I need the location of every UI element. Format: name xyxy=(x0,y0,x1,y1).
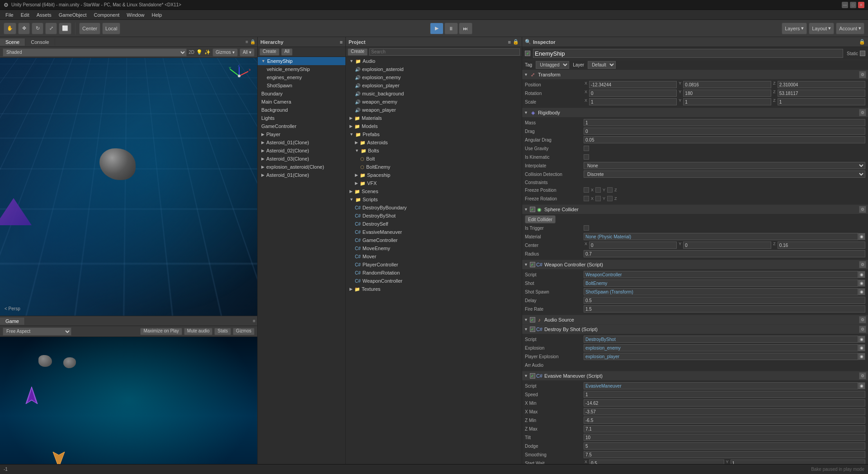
center-x-input[interactable] xyxy=(589,242,677,249)
freeze-pos-y-checkbox[interactable] xyxy=(595,187,601,193)
proj-script-gamecontroller[interactable]: C# GameController xyxy=(346,236,522,244)
em-enable-checkbox[interactable]: ✓ xyxy=(530,373,535,379)
stats-button[interactable]: Stats xyxy=(214,328,231,335)
aspect-dropdown[interactable]: Free Aspect xyxy=(3,327,71,336)
proj-folder-vfx[interactable]: ▶ 📁 VFX xyxy=(346,179,522,187)
static-checkbox[interactable] xyxy=(860,51,865,56)
proj-folder-audio[interactable]: ▼ 📁 Audio xyxy=(346,57,522,65)
all-dropdown[interactable]: All ▾ xyxy=(240,48,255,57)
game-canvas[interactable]: -1 xyxy=(0,337,257,474)
hier-item-explosion-asteroid[interactable]: ▶ explosion_asteroid(Clone) xyxy=(258,163,345,171)
hier-item-gamecontroller[interactable]: GameController xyxy=(258,122,345,130)
is-kinematic-checkbox[interactable] xyxy=(584,154,589,160)
rect-tool-button[interactable]: ⬜ xyxy=(59,23,71,34)
proj-script-destroybyboundary[interactable]: C# DestroyByBoundary xyxy=(346,204,522,212)
minimize-button[interactable]: — xyxy=(842,2,848,8)
hand-tool-button[interactable]: ✋ xyxy=(4,23,16,34)
hierarchy-header[interactable]: Hierarchy ≡ xyxy=(258,37,345,47)
proj-item-weapon-player[interactable]: 🔊 weapon_player xyxy=(346,106,522,114)
em-speed-input[interactable] xyxy=(584,391,865,398)
pos-z-input[interactable] xyxy=(778,81,865,88)
hier-item-background[interactable]: Background xyxy=(258,106,345,114)
menu-component[interactable]: Component xyxy=(90,11,123,19)
drag-input[interactable] xyxy=(584,128,865,135)
dbs-enable-checkbox[interactable]: ✓ xyxy=(530,327,535,332)
scale-z-input[interactable] xyxy=(778,98,865,105)
wc-shot-ref-button[interactable]: ◉ xyxy=(858,280,865,287)
dbs-explosion-ref-button[interactable]: ◉ xyxy=(858,344,865,351)
sc-enable-checkbox[interactable]: ✓ xyxy=(530,207,535,212)
maximize-button[interactable]: □ xyxy=(850,2,856,8)
proj-folder-scripts[interactable]: ▼ 📁 Scripts xyxy=(346,195,522,204)
hier-item-asteroid03[interactable]: ▶ Asteroid_03(Clone) xyxy=(258,155,345,163)
hier-item-boundary[interactable]: Boundary xyxy=(258,90,345,98)
account-button[interactable]: Account ▾ xyxy=(836,23,864,34)
use-gravity-checkbox[interactable] xyxy=(584,146,589,151)
rigidbody-header[interactable]: ▼ ◈ Rigidbody ⚙ xyxy=(522,108,868,117)
as-enable-checkbox[interactable]: ✓ xyxy=(530,317,535,322)
hier-item-asteroid02[interactable]: ▶ Asteroid_02(Clone) xyxy=(258,147,345,155)
layer-dropdown[interactable]: Default xyxy=(588,61,616,69)
is-trigger-checkbox[interactable] xyxy=(584,225,589,231)
dbs-player-explosion-ref-button[interactable]: ◉ xyxy=(858,353,865,360)
scale-x-input[interactable] xyxy=(589,98,677,105)
inspector-lock-icon[interactable]: 🔒 xyxy=(859,39,865,45)
em-tilt-input[interactable] xyxy=(584,434,865,441)
hier-item-engines[interactable]: engines_enemy xyxy=(258,73,345,81)
hier-item-shotspawn[interactable]: ShotSpawn xyxy=(258,81,345,90)
collision-detection-dropdown[interactable]: Discrete xyxy=(584,171,865,178)
hier-item-lights[interactable]: Lights xyxy=(258,114,345,122)
radius-input[interactable] xyxy=(584,250,865,257)
freeze-pos-x-checkbox[interactable] xyxy=(584,187,589,193)
proj-folder-textures[interactable]: ▶ 📁 Textures xyxy=(346,285,522,293)
proj-item-music-bg[interactable]: 🔊 music_background xyxy=(346,90,522,98)
proj-item-bolt[interactable]: ⬡ Bolt xyxy=(346,155,522,163)
transform-header[interactable]: ▼ ⤢ Transform ⚙ xyxy=(522,70,868,79)
tag-dropdown[interactable]: Untagged xyxy=(536,61,569,69)
proj-item-expl-player[interactable]: 🔊 explosion_player xyxy=(346,81,522,90)
hier-item-vehicle[interactable]: vehicle_enemyShip xyxy=(258,65,345,73)
close-button[interactable]: ✕ xyxy=(858,2,864,8)
rot-z-input[interactable] xyxy=(778,90,865,97)
project-create-button[interactable]: Create xyxy=(348,48,368,56)
layers-dropdown[interactable]: Layers ▾ xyxy=(782,23,807,34)
pause-button[interactable]: ⏸ xyxy=(444,23,458,34)
hier-item-asteroid01a[interactable]: ▶ Asteroid_01(Clone) xyxy=(258,138,345,147)
scene-canvas[interactable]: X Y Z < Persp xyxy=(0,58,257,316)
material-ref-button[interactable]: ◉ xyxy=(858,233,865,240)
as-header[interactable]: ▼ ✓ ♪ Audio Source ⚙ xyxy=(522,315,868,324)
center-button[interactable]: Center xyxy=(79,23,100,34)
menu-edit[interactable]: Edit xyxy=(17,11,33,19)
proj-folder-prefabs[interactable]: ▼ 📁 Prefabs xyxy=(346,130,522,138)
project-header[interactable]: Project ≡ 🔒 xyxy=(346,37,522,47)
pos-y-input[interactable] xyxy=(683,81,771,88)
proj-folder-bolts[interactable]: ▼ 📁 Bolts xyxy=(346,147,522,155)
move-tool-button[interactable]: ✥ xyxy=(18,23,30,34)
rot-x-input[interactable] xyxy=(589,90,677,97)
layout-dropdown[interactable]: Layout ▾ xyxy=(809,23,834,34)
proj-script-mover[interactable]: C# Mover xyxy=(346,252,522,261)
proj-script-playercontroller[interactable]: C# PlayerController xyxy=(346,261,522,269)
proj-item-boltenemy[interactable]: ⬡ BoltEnemy xyxy=(346,163,522,171)
center-y-input[interactable] xyxy=(683,242,771,249)
freeze-pos-z-checkbox[interactable] xyxy=(607,187,613,193)
transform-settings-button[interactable]: ⚙ xyxy=(859,71,866,78)
local-button[interactable]: Local xyxy=(102,23,120,34)
wc-script-ref-button[interactable]: ◉ xyxy=(858,271,865,278)
proj-item-expl-enemy[interactable]: 🔊 explosion_enemy xyxy=(346,73,522,81)
sc-settings-button[interactable]: ⚙ xyxy=(859,206,866,213)
em-script-ref-button[interactable]: ◉ xyxy=(858,382,865,389)
sphere-collider-header[interactable]: ▼ ✓ ◉ Sphere Collider ⚙ xyxy=(522,205,868,214)
mute-audio-button[interactable]: Mute audio xyxy=(184,328,212,335)
hier-item-maincamera[interactable]: Main Camera xyxy=(258,98,345,106)
proj-item-expl-asteroid[interactable]: 🔊 explosion_asteroid xyxy=(346,65,522,73)
menu-gameobject[interactable]: GameObject xyxy=(55,11,90,19)
freeze-rot-z-checkbox[interactable] xyxy=(607,196,613,201)
step-button[interactable]: ⏭ xyxy=(459,23,472,34)
em-dodge-input[interactable] xyxy=(584,442,865,450)
em-settings-button[interactable]: ⚙ xyxy=(859,372,866,379)
em-zmax-input[interactable] xyxy=(584,425,865,432)
play-button[interactable]: ▶ xyxy=(430,23,443,34)
proj-script-weaponcontroller[interactable]: C# WeaponController xyxy=(346,277,522,285)
wc-delay-input[interactable] xyxy=(584,297,865,304)
